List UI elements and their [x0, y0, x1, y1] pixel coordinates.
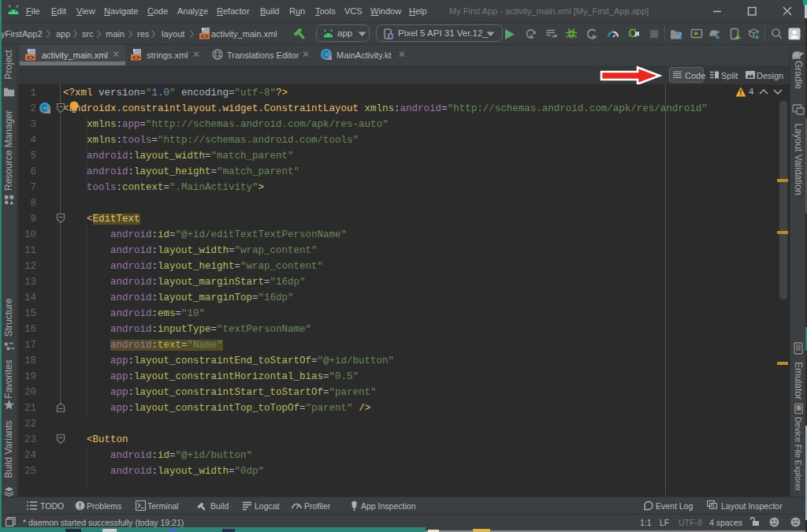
svg-text:<>: <>	[132, 54, 139, 61]
svg-text:<>: <>	[26, 54, 34, 61]
svg-text:A: A	[529, 34, 533, 39]
svg-text:<>: <>	[200, 33, 208, 40]
